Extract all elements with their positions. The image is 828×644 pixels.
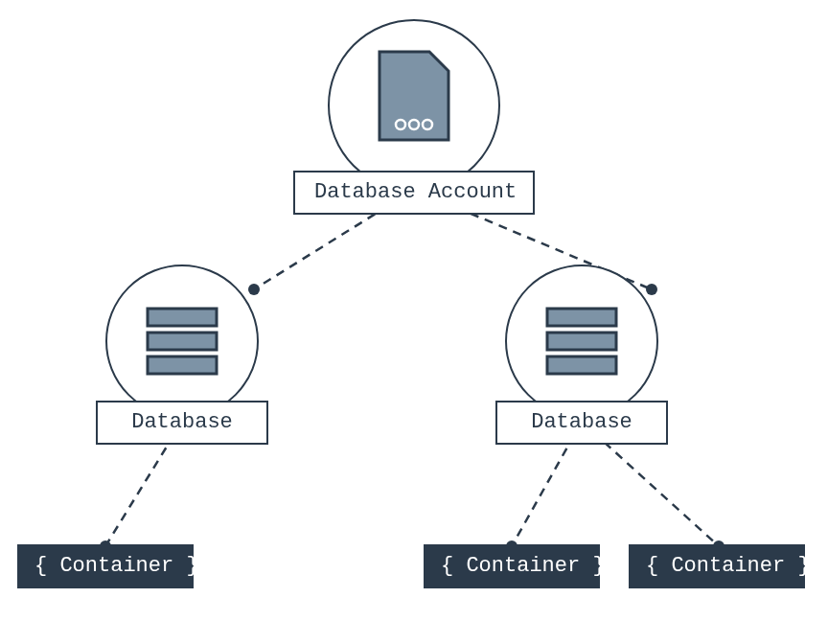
container-box: { Container } — [629, 544, 805, 588]
svg-rect-16 — [547, 309, 616, 326]
database-label-box-right: Database — [495, 401, 668, 445]
svg-rect-14 — [148, 333, 217, 350]
svg-point-6 — [646, 284, 657, 295]
svg-rect-17 — [547, 333, 616, 350]
database-label: Database — [531, 410, 632, 434]
container-label: { Container } — [441, 554, 606, 578]
svg-rect-18 — [547, 356, 616, 374]
account-label: Database Account — [314, 180, 517, 204]
database-label: Database — [131, 410, 233, 434]
svg-rect-15 — [148, 356, 217, 374]
database-label-box-left: Database — [96, 401, 268, 445]
table-icon — [144, 303, 220, 380]
svg-rect-13 — [148, 309, 217, 326]
container-box: { Container } — [424, 544, 600, 588]
container-label: { Container } — [646, 554, 811, 578]
container-box: { Container } — [17, 544, 194, 588]
container-label: { Container } — [34, 554, 199, 578]
document-icon — [376, 48, 452, 144]
table-icon — [543, 303, 620, 380]
account-label-box: Database Account — [293, 171, 535, 215]
svg-point-5 — [248, 284, 260, 295]
diagram-canvas: Database Account Database Database { Con… — [0, 0, 828, 644]
